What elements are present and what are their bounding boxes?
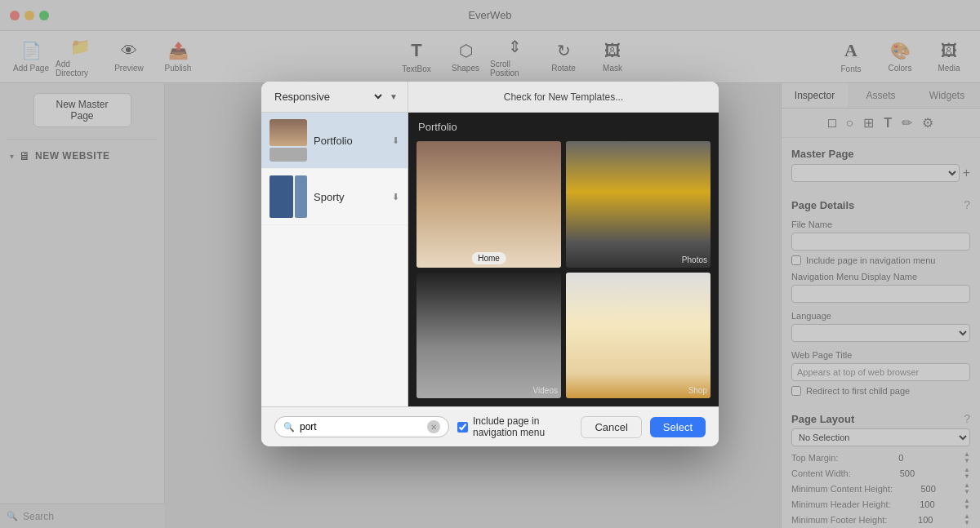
preview-card-shop: Shop (566, 273, 710, 399)
sporty-thumb (270, 175, 307, 218)
preview-videos-image (416, 273, 561, 399)
modal-search-bar: 🔍 ✕ (274, 416, 449, 437)
responsive-dropdown[interactable]: Responsive (271, 90, 385, 104)
template-modal: Responsive ▼ Check for New Templates... … (261, 82, 719, 446)
preview-photos-image (566, 141, 710, 268)
preview-card-videos: Videos (416, 273, 561, 399)
modal-include-nav-label: Include page in navigation menu (473, 415, 564, 438)
modal-include-nav-checkbox[interactable] (457, 422, 468, 433)
preview-grid: Home Photos Videos Shop (416, 141, 710, 398)
preview-home-label: Home (471, 252, 506, 264)
sporty-label: Sporty (314, 191, 345, 203)
modal-footer: 🔍 ✕ Include page in navigation menu Canc… (261, 406, 719, 446)
preview-title: Portfolio (416, 121, 710, 136)
dropdown-arrow-icon: ▼ (390, 92, 398, 101)
sporty-arrow-icon: ⬇ (392, 192, 399, 202)
preview-photos-label: Photos (682, 255, 707, 264)
preview-shop-label: Shop (688, 386, 707, 395)
portfolio-thumb (270, 119, 307, 162)
preview-videos-label: Videos (533, 386, 558, 395)
modal-search-icon: 🔍 (283, 422, 295, 433)
modal-header: Responsive ▼ Check for New Templates... (261, 82, 719, 113)
list-item-portfolio[interactable]: Portfolio ⬇ (261, 113, 408, 169)
portfolio-label: Portfolio (314, 135, 353, 147)
check-new-templates-button[interactable]: Check for New Templates... (504, 91, 624, 103)
preview-home-image (416, 141, 561, 268)
modal-overlay: Responsive ▼ Check for New Templates... … (0, 0, 980, 528)
modal-header-left: Responsive ▼ (261, 82, 408, 112)
modal-include-nav-row: Include page in navigation menu (457, 415, 564, 438)
list-item-sporty[interactable]: Sporty ⬇ (261, 169, 408, 225)
modal-header-right: Check for New Templates... (408, 82, 719, 112)
portfolio-arrow-icon: ⬇ (392, 135, 399, 146)
preview-card-photos: Photos (566, 141, 710, 268)
preview-card-home: Home (416, 141, 561, 268)
select-button[interactable]: Select (650, 417, 706, 437)
cancel-button[interactable]: Cancel (581, 416, 641, 438)
preview-shop-image (566, 273, 710, 399)
template-preview: Portfolio Home Photos Videos (408, 113, 719, 406)
modal-search-input[interactable] (300, 421, 422, 433)
modal-body: Portfolio ⬇ Sporty ⬇ Portfolio (261, 113, 719, 406)
template-list: Portfolio ⬇ Sporty ⬇ (261, 113, 408, 406)
modal-search-clear-button[interactable]: ✕ (427, 420, 440, 433)
